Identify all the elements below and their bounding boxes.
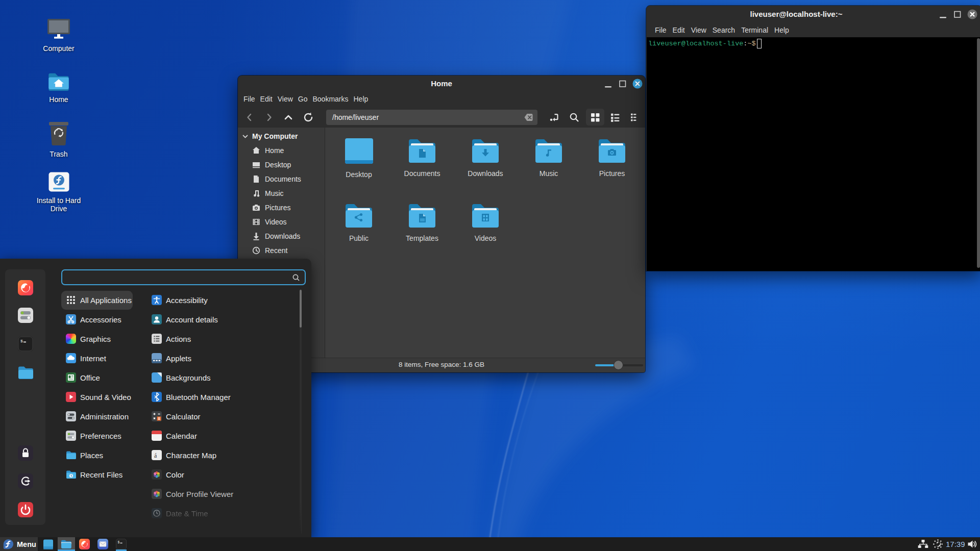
svg-text:$: $ (20, 339, 23, 343)
svg-text:$: $ (118, 541, 120, 544)
svg-text:á: á (154, 452, 157, 459)
